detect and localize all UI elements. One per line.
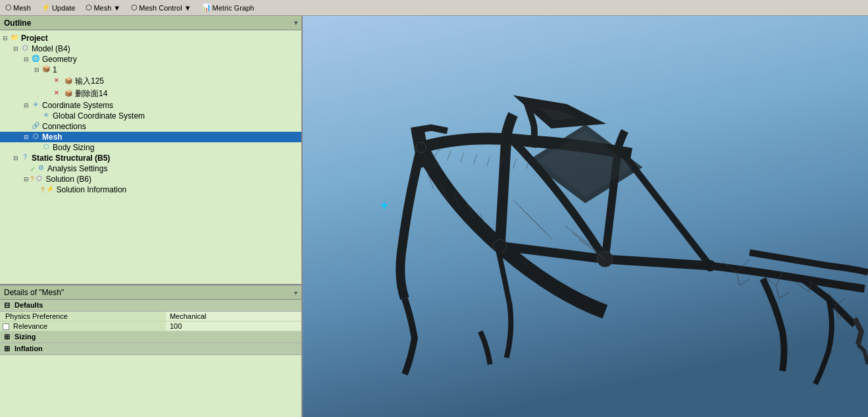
mesh-label: Mesh <box>42 132 63 142</box>
sizing-section-header: ⊞ Sizing <box>0 331 301 343</box>
expand-coord[interactable]: ⊟ <box>22 102 30 109</box>
tree-item-global[interactable]: ✳ Global Coordinate System <box>0 111 301 121</box>
global-label: Global Coordinate System <box>53 111 145 121</box>
input125-err-icon: ✕ <box>51 77 62 86</box>
cross-cursor-indicator: + <box>380 198 388 213</box>
tree-item-sol-info[interactable]: ? ⚡ Solution Information <box>0 184 301 195</box>
outline-panel: Outline ▾ ⊟ 📁 Project ⊟ ⬡ Model (B4) <box>0 16 301 285</box>
tree-item-body-sizing[interactable]: ⬡ Body Sizing <box>0 142 301 153</box>
input125-label: 输入125 <box>75 76 104 87</box>
analysis-check-icon: ✓ <box>30 165 36 173</box>
expand-static-structural[interactable]: ⊟ <box>12 155 20 161</box>
tree-item-coord[interactable]: ⊟ ✳ Coordinate Systems <box>0 100 301 111</box>
inflation-expand-icon[interactable]: ⊞ <box>4 345 10 352</box>
physics-label: Physics Preference <box>0 312 166 321</box>
analysis-icon: ⚙ <box>36 164 46 173</box>
details-title-bar: Details of "Mesh" ▾ <box>0 285 301 300</box>
relevance-row: Relevance 100 <box>0 321 301 331</box>
geometry-icon: 🌐 <box>30 55 41 64</box>
tree-item-connections[interactable]: 🔗 Connections <box>0 121 301 132</box>
svg-point-1 <box>416 142 426 153</box>
metric-graph-icon: 📊 <box>202 3 211 12</box>
details-pin[interactable]: ▾ <box>294 289 297 296</box>
input125-icon: 📦 <box>63 77 74 86</box>
solution-label: Solution (B6) <box>46 175 91 184</box>
sizing-label: Sizing <box>14 333 36 341</box>
viewport-panel[interactable]: + <box>303 16 868 417</box>
outline-title: Outline <box>4 18 31 28</box>
sol-info-label: Solution Information <box>57 185 127 194</box>
body1-icon: 📦 <box>41 65 51 74</box>
update-icon: ⚡ <box>41 3 51 12</box>
mesh-viewport-svg: + <box>303 16 868 417</box>
geometry-label: Geometry <box>42 55 77 64</box>
physics-value: Mechanical <box>166 312 301 321</box>
project-label: Project <box>21 34 48 43</box>
details-panel: Details of "Mesh" ▾ ⊟ Defaults <box>0 285 301 417</box>
expand-body1[interactable]: ⊟ <box>33 67 41 73</box>
coord-label: Coordinate Systems <box>42 101 113 110</box>
connections-icon: 🔗 <box>30 122 41 131</box>
expand-solution[interactable]: ⊟ <box>22 176 30 182</box>
tree-item-body1[interactable]: ⊟ 📦 1 <box>0 65 301 75</box>
body1-label: 1 <box>53 65 57 74</box>
tree-item-model[interactable]: ⊟ ⬡ Model (B4) <box>0 43 301 54</box>
model-icon: ⬡ <box>20 44 30 53</box>
body-sizing-icon: ⬡ <box>41 143 51 152</box>
tree-item-project[interactable]: ⊟ 📁 Project <box>0 33 301 43</box>
outline-pin[interactable]: ▾ <box>294 19 297 26</box>
expand-mesh[interactable]: ⊟ <box>22 134 30 140</box>
mesh-icon-tree: ⬡ <box>30 132 41 142</box>
tree-item-solution[interactable]: ⊟ ? ⬡ Solution (B6) <box>0 174 301 184</box>
details-table: ⊟ Defaults Physics Preference Mechanical <box>0 300 301 417</box>
details-title: Details of "Mesh" <box>4 288 64 297</box>
tree-item-geometry[interactable]: ⊟ 🌐 Geometry <box>0 54 301 65</box>
physics-row: Physics Preference Mechanical <box>0 312 301 321</box>
analysis-label: Analysis Settings <box>47 164 107 173</box>
project-icon: 📁 <box>9 34 20 43</box>
delete14-label: 删除面14 <box>75 88 107 99</box>
toolbar-mesh-menu[interactable]: ⬡ Mesh ▼ <box>83 3 123 13</box>
tree-item-input125[interactable]: ✕ 📦 输入125 <box>0 75 301 88</box>
defaults-section-header: ⊟ Defaults <box>0 300 301 312</box>
connections-label: Connections <box>42 122 86 131</box>
tree-item-delete14[interactable]: ✕ 📦 删除面14 <box>0 88 301 100</box>
sizing-expand-icon[interactable]: ⊞ <box>4 333 10 341</box>
left-panel: Outline ▾ ⊟ 📁 Project ⊟ ⬡ Model (B4) <box>0 16 303 417</box>
svg-point-4 <box>503 130 511 138</box>
coord-icon: ✳ <box>30 101 41 110</box>
expand-project[interactable]: ⊟ <box>1 35 9 42</box>
inflation-section-header: ⊞ Inflation <box>0 343 301 355</box>
mesh-control-icon: ⬡ <box>131 3 138 12</box>
static-structural-icon: ? <box>20 153 30 163</box>
model-label: Model (B4) <box>32 44 70 53</box>
relevance-value: 100 <box>166 321 301 331</box>
relevance-label: Relevance <box>0 321 166 331</box>
toolbar: ⬡ Mesh ⚡ Update ⬡ Mesh ▼ ⬡ Mesh Control … <box>0 0 868 16</box>
toolbar-metric-graph[interactable]: 📊 Metric Graph <box>199 3 257 13</box>
expand-model[interactable]: ⊟ <box>12 45 20 52</box>
tree-item-static-structural[interactable]: ⊟ ? Static Structural (B5) <box>0 153 301 163</box>
sol-info-icon: ⚡ <box>45 185 55 194</box>
solution-icon: ⬡ <box>34 175 45 184</box>
toolbar-update[interactable]: ⚡ Update <box>39 3 78 13</box>
relevance-checkbox[interactable] <box>3 323 9 330</box>
expand-geometry[interactable]: ⊟ <box>22 56 30 63</box>
mesh-icon: ⬡ <box>5 3 12 12</box>
defaults-collapse-icon[interactable]: ⊟ <box>4 301 10 309</box>
viewport-background: + <box>303 16 868 417</box>
delete14-icon: 📦 <box>63 90 74 99</box>
global-icon: ✳ <box>41 111 51 121</box>
tree-item-mesh[interactable]: ⊟ ⬡ Mesh <box>0 132 301 142</box>
defaults-label: Defaults <box>14 301 43 309</box>
main-container: Outline ▾ ⊟ 📁 Project ⊟ ⬡ Model (B4) <box>0 16 868 417</box>
toolbar-mesh-control[interactable]: ⬡ Mesh Control ▼ <box>128 3 193 13</box>
inflation-label: Inflation <box>14 345 43 352</box>
static-structural-label: Static Structural (B5) <box>32 153 110 163</box>
outline-tree[interactable]: ⊟ 📁 Project ⊟ ⬡ Model (B4) ⊟ 🌐 Geometry <box>0 30 301 284</box>
outline-title-bar: Outline ▾ <box>0 16 301 30</box>
delete14-err-icon: ✕ <box>51 90 62 99</box>
toolbar-mesh[interactable]: ⬡ Mesh <box>3 3 34 13</box>
svg-point-5 <box>705 260 715 271</box>
tree-item-analysis[interactable]: ✓ ⚙ Analysis Settings <box>0 163 301 174</box>
